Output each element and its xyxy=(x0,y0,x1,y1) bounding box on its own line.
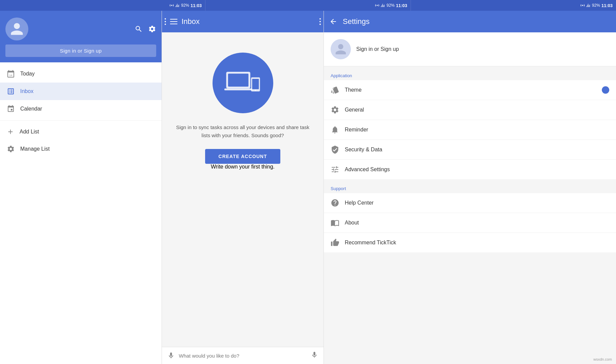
about-icon xyxy=(331,218,339,227)
settings-application-group: Theme General Reminder xyxy=(324,80,616,179)
settings-title: Settings xyxy=(343,17,370,26)
status-bar: 92% 11:03 92% 11:03 92% 11:03 xyxy=(0,0,616,11)
settings-item-advanced[interactable]: Advanced Settings xyxy=(324,160,616,179)
settings-item-security[interactable]: Security & Data xyxy=(324,140,616,160)
inbox-title: Inbox xyxy=(181,17,315,26)
sidebar-nav: 14 Today Inbox Calendar xyxy=(0,62,162,364)
manage-list-label: Manage List xyxy=(20,146,50,152)
time-panel2: 11:03 xyxy=(396,3,407,8)
hamburger-icon[interactable] xyxy=(170,19,177,24)
person-icon xyxy=(9,22,24,36)
help-icon xyxy=(331,199,339,207)
advanced-icon xyxy=(331,165,339,174)
devices-icon xyxy=(224,68,261,98)
settings-item-about[interactable]: About xyxy=(324,213,616,233)
svg-rect-5 xyxy=(228,74,249,87)
signin-button[interactable]: Sign in or Sign up xyxy=(5,44,156,57)
svg-rect-8 xyxy=(252,79,259,89)
settings-icon[interactable] xyxy=(148,25,156,33)
settings-item-help[interactable]: Help Center xyxy=(324,193,616,213)
battery-panel3: 92% xyxy=(592,3,600,8)
status-icons-panel3 xyxy=(580,3,591,8)
help-label: Help Center xyxy=(345,200,609,206)
inbox-icon xyxy=(7,87,15,95)
battery-panel2: 92% xyxy=(387,3,395,8)
today-label: Today xyxy=(20,71,35,77)
create-account-button[interactable]: CREATE ACCOUNT xyxy=(205,149,281,164)
general-icon xyxy=(331,105,339,114)
panel-inbox: Inbox Sign in to sync tasks across xyxy=(162,11,324,364)
status-icons-panel2 xyxy=(375,3,385,8)
add-list-label: Add List xyxy=(20,129,39,135)
time-panel3: 11:03 xyxy=(601,3,613,8)
settings-application-label: Application xyxy=(324,69,616,80)
sidebar-header: Sign in or Sign up xyxy=(0,11,162,62)
inbox-illustration xyxy=(213,53,273,113)
svg-point-2 xyxy=(582,5,583,6)
settings-signin-label: Sign in or Sign up xyxy=(356,46,399,52)
mic-icon-right[interactable] xyxy=(311,351,318,360)
battery-panel1: 92% xyxy=(181,3,189,8)
recommend-label: Recommend TickTick xyxy=(345,240,609,246)
reminder-label: Reminder xyxy=(345,127,609,133)
thumbsup-icon xyxy=(331,238,339,247)
svg-point-9 xyxy=(255,90,256,91)
watermark: wsxdn.com xyxy=(593,357,612,361)
advanced-label: Advanced Settings xyxy=(345,166,609,173)
about-label: About xyxy=(345,220,609,226)
settings-item-theme[interactable]: Theme xyxy=(324,80,616,100)
nav-item-add-list[interactable]: Add List xyxy=(0,123,162,140)
nav-item-manage-list[interactable]: Manage List xyxy=(0,140,162,158)
task-input[interactable] xyxy=(179,353,307,359)
tooltip-bubble: Write down your first thing. xyxy=(211,164,275,170)
settings-avatar xyxy=(331,39,351,59)
settings-item-recommend[interactable]: Recommend TickTick xyxy=(324,233,616,252)
person-icon-settings xyxy=(334,43,347,56)
status-bar-panel2: 92% 11:03 xyxy=(205,0,411,11)
nav-item-today[interactable]: 14 Today xyxy=(0,65,162,83)
inbox-label: Inbox xyxy=(20,88,33,94)
settings-item-general[interactable]: General xyxy=(324,100,616,120)
inbox-description: Sign in to sync tasks across all your de… xyxy=(162,123,324,140)
avatar xyxy=(5,18,28,40)
mic-icon-left[interactable] xyxy=(167,352,175,359)
sidebar-header-top xyxy=(5,18,156,40)
inbox-more-icon[interactable] xyxy=(319,18,321,25)
calendar-icon xyxy=(7,105,15,113)
panel-settings: Settings Sign in or Sign up Application xyxy=(324,11,616,364)
svg-point-0 xyxy=(171,5,172,6)
svg-text:14: 14 xyxy=(9,74,12,77)
inbox-header: Inbox xyxy=(162,11,324,32)
security-icon xyxy=(331,145,339,154)
calendar-today-icon: 14 xyxy=(7,70,15,78)
settings-header: Settings xyxy=(324,11,616,32)
more-options-icon[interactable] xyxy=(165,18,166,25)
back-arrow-icon[interactable] xyxy=(329,18,337,26)
theme-icon xyxy=(331,86,339,94)
search-icon[interactable] xyxy=(135,25,143,33)
inbox-body: Sign in to sync tasks across all your de… xyxy=(162,32,324,347)
status-icons-panel1 xyxy=(169,3,180,8)
reminder-icon xyxy=(331,125,339,134)
nav-item-inbox[interactable]: Inbox xyxy=(0,83,162,100)
settings-item-reminder[interactable]: Reminder xyxy=(324,120,616,140)
add-icon xyxy=(7,128,14,135)
security-label: Security & Data xyxy=(345,147,609,153)
settings-support-group: Help Center About Recommend TickTick xyxy=(324,193,616,252)
status-bar-panel1: 92% 11:03 xyxy=(0,0,205,11)
theme-toggle-dot[interactable] xyxy=(602,86,609,94)
panel-sidebar: Sign in or Sign up 14 Today Inbox xyxy=(0,11,162,364)
settings-support-label: Support xyxy=(324,182,616,193)
sidebar-header-icons xyxy=(135,25,156,33)
time-panel1: 11:03 xyxy=(191,3,202,8)
general-label: General xyxy=(345,107,609,113)
nav-divider xyxy=(0,120,162,121)
settings-profile[interactable]: Sign in or Sign up xyxy=(324,32,616,66)
nav-item-calendar[interactable]: Calendar xyxy=(0,100,162,118)
settings-body: Sign in or Sign up Application Theme xyxy=(324,32,616,364)
status-bar-panel3: 92% 11:03 xyxy=(411,0,616,11)
manage-list-icon xyxy=(7,145,15,153)
svg-point-1 xyxy=(376,5,378,6)
calendar-label: Calendar xyxy=(20,106,42,112)
svg-rect-6 xyxy=(224,89,252,91)
